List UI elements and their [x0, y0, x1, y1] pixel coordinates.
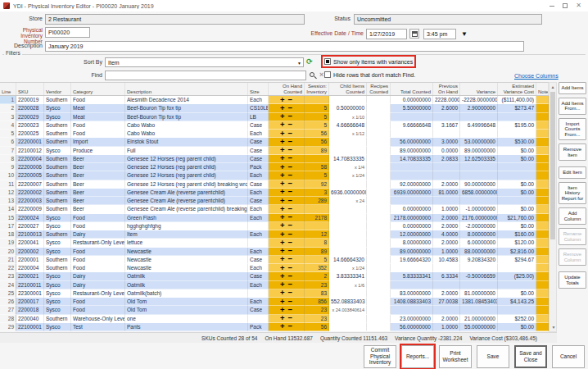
session-inventory-input[interactable]: 58 [305, 163, 329, 171]
notes-cell[interactable] [536, 130, 549, 138]
row-selector[interactable]: 22 [0, 264, 16, 272]
refresh-icon[interactable]: ⟳ [306, 58, 313, 66]
column-header-size[interactable]: Size [248, 83, 269, 95]
notes-cell[interactable] [536, 264, 549, 272]
column-header-variance[interactable]: Variance [460, 83, 498, 95]
row-selector[interactable]: 2 [0, 104, 16, 112]
row-selector[interactable]: 21 [0, 256, 16, 264]
session-inventory-input[interactable]: 89 [305, 248, 329, 256]
restore-icon[interactable] [563, 3, 568, 8]
column-header-prev[interactable]: Previous On Hand [433, 83, 460, 95]
row-selector[interactable]: 29 [0, 323, 16, 331]
session-inventory-input[interactable]: 23 [305, 315, 329, 323]
session-inventory-input[interactable]: 23 [305, 306, 329, 314]
side-button-add-column[interactable]: Add Column [559, 207, 586, 225]
row-selector[interactable]: 8 [0, 155, 16, 163]
session-inventory-input[interactable]: 2178 [305, 214, 329, 222]
save-and-close-button[interactable]: Save and Close [514, 345, 547, 368]
session-inventory-input[interactable]: 12 [305, 230, 329, 239]
notes-cell[interactable] [536, 272, 549, 280]
row-selector[interactable]: 25 [0, 289, 16, 298]
decrement-count-button[interactable]: − [288, 189, 293, 195]
session-inventory-input[interactable]: 23 [305, 281, 329, 289]
decrement-count-button[interactable]: − [288, 239, 293, 246]
decrement-count-button[interactable]: − [288, 214, 293, 221]
decrement-count-button[interactable]: − [288, 130, 293, 137]
increment-count-button[interactable]: + [280, 315, 285, 321]
decrement-count-button[interactable]: − [288, 164, 293, 171]
row-selector[interactable]: 6 [0, 138, 16, 146]
increment-count-button[interactable]: + [280, 323, 285, 330]
increment-count-button[interactable]: + [280, 222, 285, 229]
hide-rows-checkbox-row[interactable]: Hide rows that don't match Find. [324, 71, 415, 78]
column-header-category[interactable]: Category [71, 83, 125, 95]
notes-cell[interactable] [536, 315, 549, 323]
decrement-count-button[interactable]: − [288, 198, 293, 204]
increment-count-button[interactable]: + [280, 214, 285, 221]
decrement-count-button[interactable]: − [288, 113, 293, 120]
notes-cell[interactable] [536, 171, 549, 180]
column-header-line[interactable]: Line [0, 83, 16, 95]
decrement-count-button[interactable]: − [288, 172, 293, 179]
sort-by-combo[interactable]: Item ▼ [105, 57, 304, 67]
increment-count-button[interactable]: + [280, 164, 285, 171]
row-selector[interactable]: 7 [0, 147, 16, 155]
row-selector[interactable]: 10 [0, 171, 16, 180]
side-button-add-items[interactable]: Add Items [559, 82, 586, 94]
row-selector[interactable]: 28 [0, 315, 16, 323]
row-selector[interactable]: 12 [0, 189, 16, 197]
grid-scrollbar[interactable]: ▲ ▼ [549, 82, 557, 332]
save-button[interactable]: Save [477, 345, 509, 368]
decrement-count-button[interactable]: − [288, 315, 293, 321]
scroll-up-icon[interactable]: ▲ [550, 83, 556, 91]
increment-count-button[interactable]: + [280, 231, 285, 238]
decrement-count-button[interactable]: − [288, 105, 293, 112]
increment-count-button[interactable]: + [280, 265, 285, 271]
column-header-total[interactable]: Total Counted [391, 83, 433, 95]
column-header-session[interactable]: Session: Inventory [305, 83, 329, 95]
row-selector[interactable]: 26 [0, 298, 16, 306]
column-header-onhand[interactable]: On Hand Counted [269, 83, 305, 95]
notes-cell[interactable] [536, 256, 549, 264]
row-selector[interactable]: 5 [0, 130, 16, 138]
cancel-button[interactable]: Cancel [552, 345, 585, 368]
decrement-count-button[interactable]: − [288, 298, 293, 305]
notes-cell[interactable] [536, 222, 549, 230]
increment-count-button[interactable]: + [280, 130, 285, 137]
pi-number-field[interactable]: PI00020 [45, 27, 90, 38]
notes-cell[interactable] [536, 121, 549, 130]
notes-cell[interactable] [536, 230, 549, 239]
notes-cell[interactable] [536, 239, 549, 247]
increment-count-button[interactable]: + [280, 198, 285, 204]
decrement-count-button[interactable]: − [288, 206, 293, 212]
session-inventory-input[interactable]: 89 [305, 147, 329, 155]
session-inventory-input[interactable]: 3 [305, 189, 329, 197]
decrement-count-button[interactable]: − [288, 231, 293, 238]
session-inventory-input[interactable] [305, 205, 329, 213]
side-button-add-items-from[interactable]: Add Items From... [559, 98, 586, 115]
row-selector[interactable]: 18 [0, 230, 16, 239]
description-field[interactable]: January 2019 [45, 41, 524, 52]
decrement-count-button[interactable]: − [288, 281, 293, 288]
column-header-description[interactable]: Description [125, 83, 248, 95]
decrement-count-button[interactable]: − [288, 307, 293, 313]
decrement-count-button[interactable]: − [288, 323, 293, 330]
notes-cell[interactable] [536, 138, 549, 146]
scrollbar-thumb[interactable] [550, 92, 555, 239]
increment-count-button[interactable]: + [280, 281, 285, 288]
decrement-count-button[interactable]: − [288, 289, 293, 296]
side-button-item-history-report-for[interactable]: Item History Report for [559, 182, 586, 205]
session-inventory-input[interactable] [305, 222, 329, 230]
row-selector[interactable]: 13 [0, 197, 16, 205]
increment-count-button[interactable]: + [280, 180, 285, 187]
side-button-edit-item[interactable]: Edit Item [559, 166, 586, 179]
hide-rows-checkbox[interactable] [324, 71, 331, 78]
decrement-count-button[interactable]: − [288, 97, 293, 103]
choose-columns-link[interactable]: Choose Columns [514, 73, 559, 79]
notes-cell[interactable] [536, 205, 549, 213]
notes-cell[interactable] [536, 197, 549, 205]
reports-button[interactable]: Reports... [401, 345, 434, 368]
decrement-count-button[interactable]: − [288, 248, 293, 254]
session-inventory-input[interactable]: 56 [305, 323, 329, 331]
time-dropdown-icon[interactable]: ▼ [461, 30, 468, 38]
